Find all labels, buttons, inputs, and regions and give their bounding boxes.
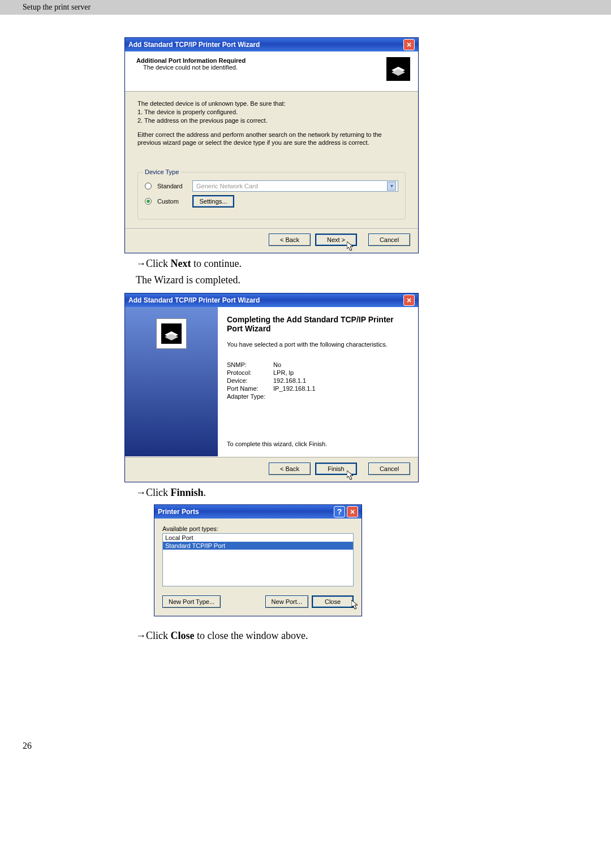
table-row: SNMP:No	[227, 361, 409, 368]
close-icon[interactable]: ×	[403, 39, 415, 50]
radio-custom-label[interactable]: Custom	[157, 197, 187, 206]
completion-intro: You have selected a port with the follow…	[227, 341, 409, 348]
radio-standard[interactable]	[145, 183, 152, 189]
dropdown-value: Generic Network Card	[196, 182, 258, 191]
table-row: Adapter Type:	[227, 393, 409, 400]
table-row: Protocol:LPR, lp	[227, 369, 409, 376]
side-art	[125, 307, 218, 456]
table-row: Port Name:IP_192.168.1.1	[227, 385, 409, 392]
title-text: Add Standard TCP/IP Printer Port Wizard	[128, 41, 260, 49]
svg-marker-3	[347, 241, 353, 251]
body-line: The detected device is of unknown type. …	[137, 100, 406, 108]
body-line: 1. The device is properly configured.	[137, 108, 406, 116]
instruction: →Click Finnish.	[136, 487, 577, 499]
dialog-add-port-info: Add Standard TCP/IP Printer Port Wizard …	[124, 37, 419, 253]
close-button[interactable]: Close	[312, 595, 354, 608]
available-ports-label: Available port types:	[162, 525, 354, 532]
new-port-button[interactable]: New Port...	[265, 595, 308, 608]
radio-standard-label[interactable]: Standard	[157, 182, 187, 191]
chevron-down-icon: ▾	[387, 182, 396, 191]
printer-icon	[386, 57, 410, 81]
group-legend: Device Type	[143, 168, 181, 176]
dialog-subheading: The device could not be identified.	[136, 64, 246, 71]
finish-hint: To complete this wizard, click Finish.	[227, 441, 409, 447]
list-item[interactable]: Local Port	[163, 534, 353, 542]
dialog-printer-ports: Printer Ports ? × Available port types: …	[154, 504, 362, 616]
back-button[interactable]: < Back	[269, 463, 311, 475]
close-icon[interactable]: ×	[403, 295, 415, 306]
dialog-completing-wizard: Add Standard TCP/IP Printer Port Wizard …	[124, 293, 419, 482]
titlebar[interactable]: Add Standard TCP/IP Printer Port Wizard …	[125, 38, 418, 51]
title-text: Add Standard TCP/IP Printer Port Wizard	[128, 296, 260, 304]
cursor-icon	[351, 600, 359, 610]
titlebar[interactable]: Printer Ports ? ×	[154, 505, 362, 519]
title-text: Printer Ports	[158, 508, 199, 516]
back-button[interactable]: < Back	[269, 234, 311, 246]
port-type-list[interactable]: Local Port Standard TCP/IP Port	[162, 533, 354, 586]
page-header: Setup the print server	[0, 0, 611, 15]
dialog-heading: Additional Port Information Required	[136, 57, 246, 64]
titlebar[interactable]: Add Standard TCP/IP Printer Port Wizard …	[125, 293, 418, 307]
page-header-title: Setup the print server	[23, 3, 91, 12]
table-row: Device:192.168.1.1	[227, 377, 409, 384]
instruction: The Wizard is completed.	[136, 274, 577, 286]
close-icon[interactable]: ×	[347, 506, 358, 517]
svg-marker-7	[347, 470, 353, 480]
svg-marker-8	[351, 600, 358, 609]
cancel-button[interactable]: Cancel	[368, 234, 410, 246]
radio-custom[interactable]	[145, 198, 152, 205]
instruction: →Click Close to close the window above.	[136, 630, 577, 642]
cursor-icon	[347, 470, 355, 481]
settings-button[interactable]: Settings...	[192, 195, 234, 208]
help-icon[interactable]: ?	[334, 506, 345, 517]
new-port-type-button[interactable]: New Port Type...	[162, 595, 221, 608]
list-item[interactable]: Standard TCP/IP Port	[163, 542, 353, 550]
instruction: →Click Next to continue.	[136, 258, 577, 270]
completion-title: Completing the Add Standard TCP/IP Print…	[227, 315, 409, 333]
body-line: 2. The address on the previous page is c…	[137, 116, 406, 125]
printer-icon	[156, 318, 187, 349]
cursor-icon	[347, 241, 355, 252]
device-type-dropdown: Generic Network Card ▾	[192, 180, 398, 192]
cancel-button[interactable]: Cancel	[368, 463, 410, 475]
body-paragraph: Either correct the address and perform a…	[137, 131, 406, 148]
